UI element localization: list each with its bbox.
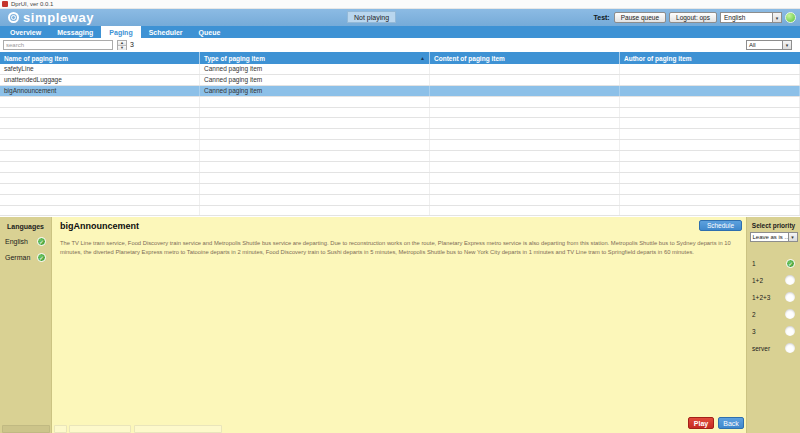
app-header: simpleway Not playing Test: Pause queue … bbox=[0, 9, 800, 26]
tab-queue[interactable]: Queue bbox=[191, 26, 229, 38]
priority-select[interactable]: Leave as is ... ▾ bbox=[750, 232, 798, 242]
table-cell bbox=[200, 184, 430, 194]
pause-queue-button[interactable]: Pause queue bbox=[614, 12, 666, 23]
column-header-label: Name of paging item bbox=[4, 55, 68, 62]
column-header-label: Content of paging item bbox=[434, 55, 505, 62]
priority-option-1-2[interactable]: 1+2 bbox=[747, 275, 800, 285]
cutoff-control bbox=[54, 425, 67, 433]
type-filter-select[interactable]: All ▾ bbox=[746, 40, 792, 50]
priority-option-3[interactable]: 3 bbox=[747, 326, 800, 336]
chevron-down-icon: ▾ bbox=[772, 13, 781, 22]
tab-messaging[interactable]: Messaging bbox=[49, 26, 101, 38]
priority-option-label: 1+2 bbox=[752, 277, 763, 284]
table-cell bbox=[620, 162, 800, 172]
table-cell bbox=[200, 206, 430, 216]
priority-option-2[interactable]: 2 bbox=[747, 309, 800, 319]
tab-scheduler[interactable]: Scheduler bbox=[141, 26, 191, 38]
chevron-down-icon: ▾ bbox=[782, 41, 791, 49]
tab-paging[interactable]: Paging bbox=[101, 26, 140, 38]
announcement-detail: bigAnnouncement Schedule The TV Line tra… bbox=[52, 217, 746, 433]
table-row-empty bbox=[0, 206, 800, 217]
table-row-empty bbox=[0, 162, 800, 173]
radio-icon[interactable] bbox=[785, 326, 795, 336]
table-row[interactable]: bigAnnouncementCanned paging item bbox=[0, 86, 800, 97]
table-cell bbox=[430, 151, 620, 161]
priority-option-1[interactable]: 1✓ bbox=[747, 258, 800, 268]
tab-overview[interactable]: Overview bbox=[2, 26, 49, 38]
cutoff-control bbox=[2, 425, 50, 433]
table-cell bbox=[620, 151, 800, 161]
radio-icon[interactable] bbox=[785, 292, 795, 302]
cutoff-control bbox=[134, 425, 222, 433]
table-cell bbox=[620, 97, 800, 107]
table-row-empty bbox=[0, 108, 800, 119]
search-input[interactable] bbox=[3, 40, 113, 50]
priority-option-server[interactable]: server bbox=[747, 343, 800, 353]
count-stepper-value: 3 bbox=[130, 41, 134, 48]
item-detail-panel: Languages English✓German✓ bigAnnouncemen… bbox=[0, 217, 800, 433]
table-cell bbox=[0, 184, 200, 194]
logout-button[interactable]: Logout: ops bbox=[669, 12, 717, 23]
count-stepper[interactable]: ▲ ▼ bbox=[117, 40, 127, 50]
table-cell bbox=[200, 195, 430, 205]
table-cell bbox=[430, 75, 620, 85]
table-cell bbox=[200, 173, 430, 183]
table-cell bbox=[620, 184, 800, 194]
window-titlebar: DprUI, ver 0.0.1 bbox=[0, 0, 800, 9]
table-cell bbox=[620, 75, 800, 85]
languages-title: Languages bbox=[0, 217, 51, 230]
cutoff-control bbox=[69, 425, 131, 433]
priority-option-label: 2 bbox=[752, 311, 756, 318]
table-cell bbox=[200, 108, 430, 118]
item-title: bigAnnouncement bbox=[60, 221, 139, 231]
column-header[interactable]: Author of paging item bbox=[620, 52, 800, 64]
column-header[interactable]: Name of paging item bbox=[0, 52, 200, 64]
table-cell bbox=[200, 151, 430, 161]
table-row[interactable]: safetyLineCanned paging item bbox=[0, 64, 800, 75]
connection-status-icon bbox=[785, 12, 796, 23]
column-header[interactable]: Type of paging item▲ bbox=[200, 52, 430, 64]
table-row[interactable]: unattendedLuggageCanned paging item bbox=[0, 75, 800, 86]
column-header[interactable]: Content of paging item bbox=[430, 52, 620, 64]
table-cell bbox=[0, 118, 200, 128]
language-label: English bbox=[5, 238, 28, 245]
priority-option-label: 1 bbox=[752, 260, 756, 267]
table-row-empty bbox=[0, 184, 800, 195]
radio-icon[interactable] bbox=[785, 275, 795, 285]
table-row-empty bbox=[0, 97, 800, 108]
table-cell bbox=[620, 118, 800, 128]
table-cell bbox=[430, 162, 620, 172]
table-cell bbox=[0, 97, 200, 107]
radio-icon[interactable] bbox=[785, 343, 795, 353]
stepper-down-icon[interactable]: ▼ bbox=[118, 46, 126, 50]
table-cell bbox=[430, 97, 620, 107]
radio-icon[interactable] bbox=[785, 309, 795, 319]
language-item-german[interactable]: German✓ bbox=[0, 253, 51, 262]
main-tabbar: OverviewMessagingPagingSchedulerQueue bbox=[0, 26, 800, 38]
table-cell bbox=[0, 162, 200, 172]
language-item-english[interactable]: English✓ bbox=[0, 237, 51, 246]
test-mode-label: Test: bbox=[593, 14, 609, 21]
table-cell: safetyLine bbox=[0, 64, 200, 74]
language-select[interactable]: English ▾ bbox=[720, 12, 782, 23]
paging-items-table: Name of paging itemType of paging item▲C… bbox=[0, 52, 800, 217]
priority-option-1-2-3[interactable]: 1+2+3 bbox=[747, 292, 800, 302]
table-cell bbox=[0, 129, 200, 139]
schedule-button[interactable]: Schedule bbox=[699, 220, 742, 231]
check-icon[interactable]: ✓ bbox=[786, 259, 795, 268]
check-icon: ✓ bbox=[37, 253, 46, 262]
playback-status-badge: Not playing bbox=[347, 11, 396, 23]
language-select-value: English bbox=[724, 14, 745, 21]
table-cell bbox=[620, 140, 800, 150]
table-cell: Canned paging item bbox=[200, 64, 430, 74]
play-button[interactable]: Play bbox=[688, 417, 714, 429]
table-cell bbox=[0, 108, 200, 118]
back-button[interactable]: Back bbox=[718, 417, 744, 429]
table-cell bbox=[620, 64, 800, 74]
languages-list: English✓German✓ bbox=[0, 237, 51, 262]
table-cell bbox=[620, 195, 800, 205]
table-row-empty bbox=[0, 195, 800, 206]
table-cell: unattendedLuggage bbox=[0, 75, 200, 85]
table-cell bbox=[0, 173, 200, 183]
table-row-empty bbox=[0, 129, 800, 140]
